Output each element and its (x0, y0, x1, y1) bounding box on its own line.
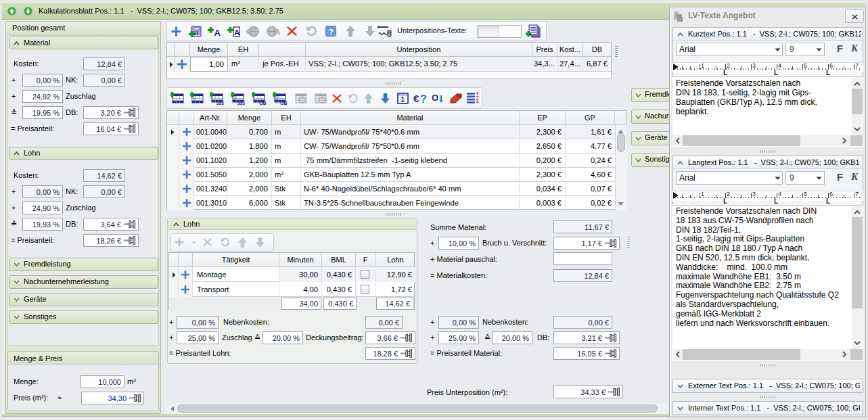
svg-text:333: 333 (237, 101, 245, 105)
svg-text:OB: OB (280, 101, 288, 105)
svg-text:A: A (234, 28, 239, 37)
svg-text:O: O (432, 93, 438, 103)
svg-text:A: A (275, 28, 281, 37)
svg-text:€: € (413, 93, 419, 104)
svg-text:?: ? (420, 93, 427, 105)
svg-text:A: A (214, 28, 221, 38)
svg-text:333: 333 (216, 101, 224, 105)
svg-text:1: 1 (401, 96, 405, 103)
svg-text:?: ? (329, 28, 334, 36)
svg-text:OB: OB (259, 101, 267, 105)
